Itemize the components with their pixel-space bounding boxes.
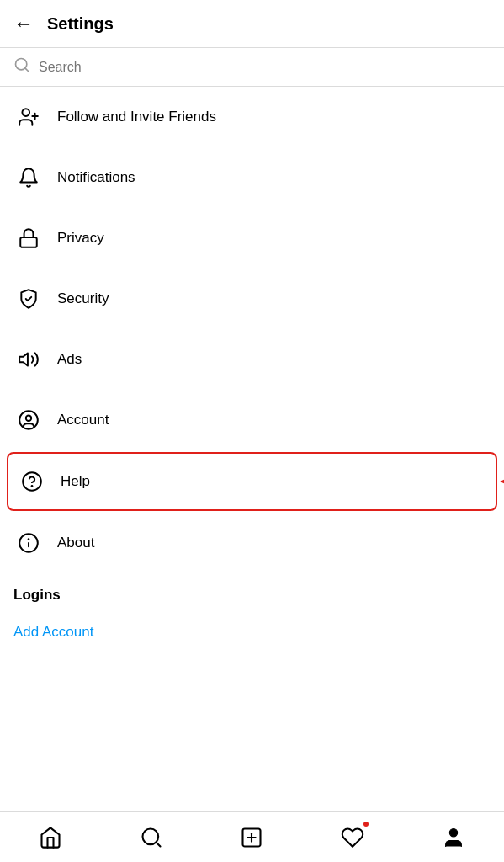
- search-nav-icon: [140, 826, 163, 849]
- security-label: Security: [57, 290, 109, 307]
- about-label: About: [57, 535, 94, 551]
- main-content: Follow and Invite Friends Notifications …: [0, 48, 504, 713]
- svg-line-16: [156, 842, 160, 846]
- sidebar-item-privacy[interactable]: Privacy: [0, 208, 504, 269]
- sidebar-item-about[interactable]: About: [0, 513, 504, 573]
- ads-label: Ads: [57, 351, 82, 368]
- bottom-nav: [0, 811, 504, 862]
- nav-activity[interactable]: [332, 817, 374, 859]
- sidebar-item-security[interactable]: Security: [0, 269, 504, 329]
- search-icon: [13, 56, 30, 77]
- megaphone-icon: [13, 344, 44, 375]
- search-input[interactable]: [39, 60, 491, 75]
- svg-point-8: [26, 416, 32, 422]
- add-account-button[interactable]: Add Account: [0, 610, 504, 654]
- account-label: Account: [57, 412, 109, 428]
- nav-profile[interactable]: [432, 817, 475, 859]
- activity-notification-dot: [363, 822, 369, 827]
- privacy-label: Privacy: [57, 230, 104, 247]
- home-icon: [39, 826, 62, 849]
- bell-icon: [13, 162, 44, 193]
- red-arrow-annotation: [496, 459, 504, 504]
- svg-point-2: [22, 109, 29, 116]
- profile-icon: [442, 826, 465, 849]
- page-title: Settings: [47, 14, 114, 34]
- svg-rect-5: [20, 237, 37, 247]
- help-label: Help: [61, 473, 90, 490]
- sidebar-item-help[interactable]: Help: [7, 452, 497, 511]
- sidebar-item-notifications[interactable]: Notifications: [0, 147, 504, 208]
- svg-line-1: [25, 68, 29, 72]
- svg-marker-11: [500, 463, 504, 500]
- sidebar-item-ads[interactable]: Ads: [0, 329, 504, 390]
- lock-icon: [13, 223, 44, 253]
- follow-label: Follow and Invite Friends: [57, 109, 216, 125]
- nav-search[interactable]: [130, 817, 172, 859]
- follow-icon: [13, 102, 44, 132]
- person-circle-icon: [13, 405, 44, 435]
- header: ← Settings: [0, 0, 504, 48]
- heart-icon: [341, 826, 364, 849]
- svg-point-9: [23, 472, 41, 491]
- sidebar-item-follow[interactable]: Follow and Invite Friends: [0, 87, 504, 147]
- svg-point-20: [449, 828, 457, 836]
- svg-point-7: [19, 411, 38, 429]
- info-icon: [13, 528, 44, 558]
- search-bar: [0, 48, 504, 87]
- help-icon: [17, 466, 47, 497]
- svg-marker-6: [19, 353, 28, 365]
- sidebar-item-account[interactable]: Account: [0, 390, 504, 450]
- nav-new-post[interactable]: [231, 817, 273, 859]
- settings-menu: Follow and Invite Friends Notifications …: [0, 87, 504, 573]
- plus-square-icon: [240, 826, 263, 849]
- nav-home[interactable]: [29, 817, 72, 859]
- shield-icon: [13, 284, 44, 314]
- back-button[interactable]: ←: [13, 12, 34, 35]
- logins-section-header: Logins: [0, 573, 504, 610]
- notifications-label: Notifications: [57, 169, 135, 186]
